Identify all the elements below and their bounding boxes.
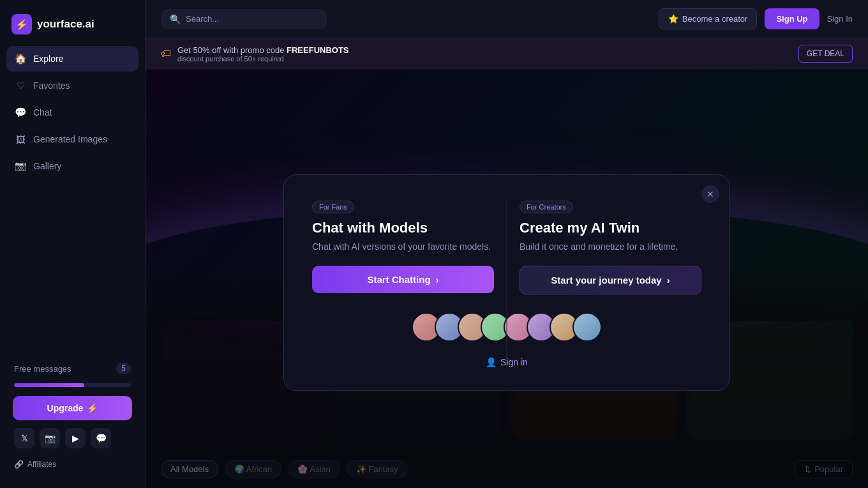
social-x-icon[interactable]: 𝕏 <box>14 428 34 448</box>
free-messages-row: Free messages 5 <box>6 359 138 378</box>
start-journey-label: Start your journey today <box>551 275 661 286</box>
logo[interactable]: ⚡ yourface.ai <box>0 8 145 46</box>
sidebar-item-label: Generated Images <box>33 134 107 144</box>
sidebar-bottom: Free messages 5 Upgrade ⚡ 𝕏 📷 ▶ 💬 🔗 Affi… <box>0 353 145 480</box>
fans-badge: For Fans <box>312 201 354 213</box>
topbar: 🔍 Search... ⭐ Become a creator Sign Up S… <box>146 0 868 38</box>
upgrade-label: Upgrade <box>47 403 84 413</box>
fans-title: Chat with Models <box>312 220 494 236</box>
arrow-right-icon: › <box>436 274 439 285</box>
creators-title: Create my AI Twin <box>520 220 701 236</box>
main-content: 🔍 Search... ⭐ Become a creator Sign Up S… <box>146 0 868 488</box>
logo-icon: ⚡ <box>11 14 32 34</box>
creator-icon: ⭐ <box>668 14 678 24</box>
sign-in-label: Sign in <box>500 357 528 367</box>
sidebar-item-gallery[interactable]: 📷 Gallery <box>6 153 138 179</box>
upgrade-icon: ⚡ <box>87 403 98 413</box>
sidebar: ⚡ yourface.ai 🏠 Explore ♡ Favorites 💬 Ch… <box>0 0 146 488</box>
promo-text: Get 50% off with promo code FREEFUNBOTS <box>177 45 349 55</box>
start-chatting-label: Start Chatting <box>367 274 430 285</box>
free-messages-label: Free messages <box>14 364 71 374</box>
images-icon: 🖼 <box>14 133 27 146</box>
modal-col-fans: For Fans Chat with Models Chat with AI v… <box>312 201 494 294</box>
content-area: All Models 🌍 African 🌸 Asian ✨ Fantasy ⇅… <box>146 69 868 488</box>
social-discord-icon[interactable]: 💬 <box>91 428 111 448</box>
sidebar-item-explore[interactable]: 🏠 Explore <box>6 46 138 72</box>
social-instagram-icon[interactable]: 📷 <box>40 428 60 448</box>
promo-banner: 🏷 Get 50% off with promo code FREEFUNBOT… <box>146 38 868 70</box>
progress-bar-fill <box>14 383 84 387</box>
upgrade-button[interactable]: Upgrade ⚡ <box>13 396 132 420</box>
chat-icon: 💬 <box>14 106 27 119</box>
modal-divider <box>507 201 507 367</box>
start-journey-button[interactable]: Start your journey today › <box>520 266 701 294</box>
sidebar-item-label: Favorites <box>33 80 70 91</box>
main-nav: 🏠 Explore ♡ Favorites 💬 Chat 🖼 Generated… <box>0 46 145 353</box>
creators-badge-label: For Creators <box>527 203 566 211</box>
gallery-icon: 📷 <box>14 160 27 172</box>
promo-icon: 🏷 <box>161 48 171 59</box>
sidebar-item-label: Chat <box>33 107 52 118</box>
topbar-right: ⭐ Become a creator Sign Up Sign In <box>659 8 853 29</box>
get-deal-button[interactable]: GET DEAL <box>798 45 853 63</box>
become-creator-label: Become a creator <box>682 14 748 24</box>
sidebar-item-generated-images[interactable]: 🖼 Generated Images <box>6 126 138 152</box>
search-box[interactable]: 🔍 Search... <box>161 9 327 29</box>
affiliate-link[interactable]: 🔗 Affiliates <box>6 456 138 473</box>
social-links: 𝕏 📷 ▶ 💬 <box>6 425 138 451</box>
avatar-8 <box>572 312 602 342</box>
promo-subtext: discount purchase of 50+ required <box>177 55 349 63</box>
become-creator-button[interactable]: ⭐ Become a creator <box>659 8 758 29</box>
sign-up-button[interactable]: Sign Up <box>765 8 819 29</box>
creators-badge: For Creators <box>520 201 573 213</box>
modal-close-button[interactable]: ✕ <box>701 185 719 203</box>
fans-badge-label: For Fans <box>319 203 347 211</box>
modal-col-creators: For Creators Create my AI Twin Build it … <box>520 201 701 294</box>
creators-description: Build it once and monetize for a lifetim… <box>520 241 701 252</box>
progress-bar-bg <box>14 383 131 387</box>
sidebar-item-chat[interactable]: 💬 Chat <box>6 100 138 125</box>
search-placeholder: Search... <box>186 14 219 24</box>
sign-in-icon: 👤 <box>486 357 497 367</box>
sidebar-item-favorites[interactable]: ♡ Favorites <box>6 73 138 98</box>
favorites-icon: ♡ <box>14 79 27 92</box>
arrow-right-icon-2: › <box>667 275 670 286</box>
promo-left: 🏷 Get 50% off with promo code FREEFUNBOT… <box>161 45 349 63</box>
promo-text-block: Get 50% off with promo code FREEFUNBOTS … <box>177 45 349 63</box>
sidebar-item-label: Explore <box>33 54 63 64</box>
onboarding-modal: ✕ For Fans Chat with Models Chat with AI… <box>283 174 730 391</box>
sidebar-item-label: Gallery <box>33 161 61 171</box>
affiliate-icon: 🔗 <box>14 460 24 469</box>
logo-text: yourface.ai <box>37 18 94 31</box>
social-youtube-icon[interactable]: ▶ <box>65 428 86 448</box>
promo-code: FREEFUNBOTS <box>287 45 349 55</box>
sign-in-link[interactable]: Sign In <box>827 14 853 24</box>
explore-icon: 🏠 <box>14 52 27 65</box>
start-chatting-button[interactable]: Start Chatting › <box>312 266 494 293</box>
sign-up-label: Sign Up <box>776 14 807 24</box>
search-icon: 🔍 <box>170 14 181 24</box>
fans-description: Chat with AI versions of your favorite m… <box>312 241 494 252</box>
free-messages-badge: 5 <box>116 363 131 374</box>
affiliate-label: Affiliates <box>27 460 56 469</box>
